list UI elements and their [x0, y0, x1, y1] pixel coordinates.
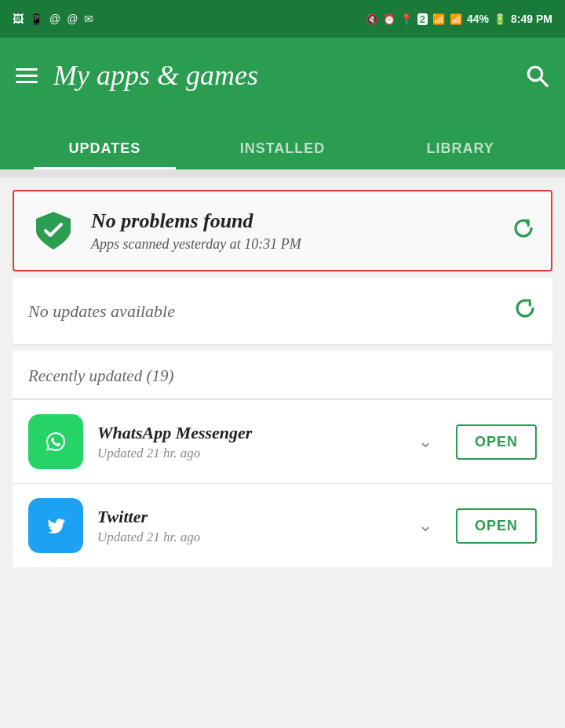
tab-bar: UPDATES INSTALLED LIBRARY — [0, 113, 565, 169]
search-button[interactable] — [524, 63, 549, 88]
battery-percent: 44% — [467, 13, 489, 25]
app-item-whatsapp: WhatsApp Messenger Updated 21 hr. ago ⌄ … — [13, 399, 552, 483]
twitter-name: Twitter — [97, 507, 404, 527]
security-refresh-button[interactable] — [512, 217, 535, 246]
signal-bars: 📶 — [432, 13, 445, 25]
twitter-expand-icon[interactable]: ⌄ — [418, 515, 432, 536]
whatsapp-icon — [28, 414, 83, 469]
section-divider — [0, 169, 565, 177]
svg-point-2 — [40, 426, 71, 457]
whatsapp-expand-icon[interactable]: ⌄ — [418, 431, 432, 452]
status-left-icons: 🖼 📱 @ @ ✉ — [13, 13, 93, 25]
tablet-icon: 📱 — [30, 13, 43, 25]
location-icon: 📍 — [400, 13, 413, 25]
picture-icon: 🖼 — [13, 13, 24, 25]
battery-icon: 🔋 — [494, 13, 506, 25]
recently-updated-label: Recently updated (19) — [28, 366, 173, 385]
header-left: My apps & games — [16, 59, 258, 92]
tab-library[interactable]: LIBRARY — [371, 140, 549, 169]
twitter-updated: Updated 21 hr. ago — [97, 530, 404, 545]
security-subtitle: Apps scanned yesterday at 10:31 PM — [91, 236, 498, 253]
whatsapp-updated: Updated 21 hr. ago — [97, 446, 404, 461]
status-bar: 🖼 📱 @ @ ✉ 🔇 ⏰ 📍 2 📶 📶 44% 🔋 8:49 PM — [0, 0, 565, 38]
alarm-icon: ⏰ — [383, 13, 396, 25]
security-title: No problems found — [91, 209, 498, 233]
whatsapp-open-button[interactable]: OPEN — [456, 424, 537, 460]
tab-updates[interactable]: UPDATES — [16, 140, 194, 169]
tab-installed[interactable]: INSTALLED — [194, 140, 372, 169]
security-card: No problems found Apps scanned yesterday… — [13, 190, 552, 271]
signal-badge: 2 — [417, 13, 428, 25]
whatsapp-info: WhatsApp Messenger Updated 21 hr. ago — [97, 423, 404, 461]
recently-updated-header: Recently updated (19) — [13, 351, 552, 399]
app-item-twitter: Twitter Updated 21 hr. ago ⌄ OPEN — [13, 483, 552, 567]
at2-icon: @ — [67, 13, 78, 25]
whatsapp-name: WhatsApp Messenger — [97, 423, 404, 443]
hamburger-menu[interactable] — [16, 68, 38, 83]
mail-icon: ✉ — [84, 13, 93, 25]
app-header: My apps & games — [0, 38, 565, 113]
status-right: 🔇 ⏰ 📍 2 📶 📶 44% 🔋 8:49 PM — [366, 13, 552, 25]
shield-icon — [30, 207, 77, 254]
clock-time: 8:49 PM — [511, 13, 552, 25]
mute-icon: 🔇 — [366, 13, 378, 25]
page-title: My apps & games — [53, 59, 258, 92]
no-updates-card: No updates available — [13, 278, 552, 344]
svg-line-1 — [541, 79, 548, 86]
updates-refresh-button[interactable] — [513, 297, 537, 326]
no-updates-text: No updates available — [28, 301, 175, 322]
twitter-icon — [28, 498, 83, 553]
twitter-open-button[interactable]: OPEN — [456, 508, 537, 544]
at-icon: @ — [49, 13, 60, 25]
security-text: No problems found Apps scanned yesterday… — [91, 209, 498, 253]
twitter-info: Twitter Updated 21 hr. ago — [97, 507, 404, 545]
lte-icon: 📶 — [450, 13, 462, 25]
